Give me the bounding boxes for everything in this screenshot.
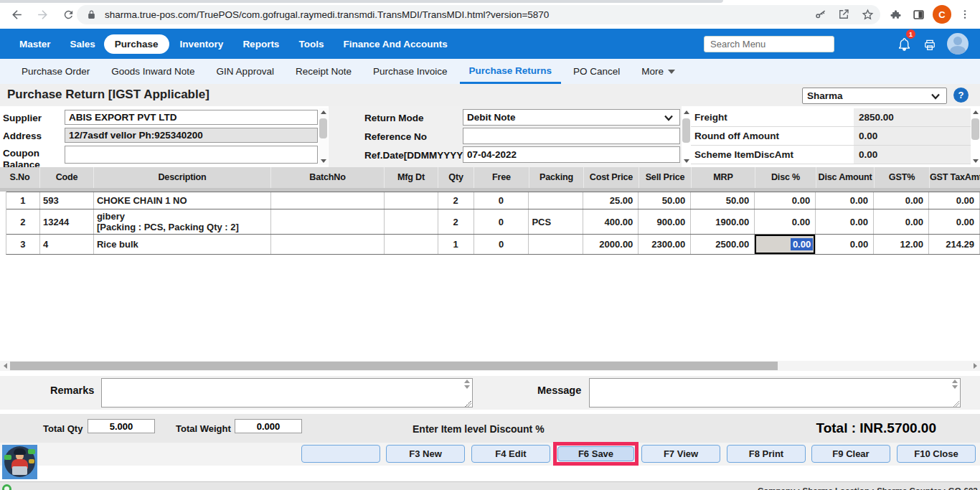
- f6-save-button[interactable]: F6 Save: [557, 446, 634, 461]
- search-menu-input[interactable]: [704, 36, 834, 52]
- return-mode-select[interactable]: Debit Note: [463, 109, 680, 126]
- print-icon[interactable]: [923, 38, 937, 52]
- scheme-disc-value[interactable]: 0.00: [854, 146, 971, 164]
- grid-cell[interactable]: [529, 192, 583, 209]
- grid-cell[interactable]: gibery [Packing : PCS, Packing Qty : 2]: [94, 209, 271, 234]
- grid-cell[interactable]: 2500.00: [691, 235, 755, 254]
- grid-cell[interactable]: 2300.00: [639, 235, 691, 254]
- grid-cell[interactable]: 0.00: [874, 209, 929, 234]
- browser-address-bar[interactable]: sharma.true-pos.com/TruePOS/com.gofrugal…: [77, 5, 880, 24]
- freight-value[interactable]: 2850.00: [854, 108, 971, 126]
- grid-cell[interactable]: 214.29: [929, 235, 980, 254]
- grid-cell[interactable]: 400.00: [583, 209, 639, 234]
- grid-cell[interactable]: 900.00: [639, 209, 691, 234]
- total-weight-input[interactable]: [235, 419, 302, 433]
- submenu-goods-inward-note[interactable]: Goods Inward Note: [111, 66, 194, 77]
- submenu-gin-approval[interactable]: GIN Approval: [217, 66, 274, 77]
- grid-cell[interactable]: 0.00: [816, 192, 874, 209]
- extensions-puzzle-icon[interactable]: [887, 6, 903, 22]
- submenu-more[interactable]: More: [641, 66, 675, 77]
- f7-view-button[interactable]: F7 View: [641, 445, 720, 463]
- bookmark-star-icon[interactable]: [859, 6, 875, 22]
- grid-cell[interactable]: 1900.00: [691, 209, 755, 234]
- menu-tools[interactable]: Tools: [298, 39, 324, 50]
- notification-bell-icon[interactable]: [897, 37, 913, 52]
- grid-cell[interactable]: 4: [40, 235, 94, 254]
- support-chat-avatar[interactable]: [2, 445, 37, 479]
- grid-cell[interactable]: 1: [6, 192, 40, 209]
- grid-cell[interactable]: 0.00: [755, 209, 816, 234]
- horizontal-scrollbar[interactable]: [0, 361, 980, 371]
- grid-cell[interactable]: CHOKE CHAIN 1 NO: [94, 192, 271, 209]
- grid-cell[interactable]: 0.00: [874, 192, 929, 209]
- grid-cell[interactable]: 2: [6, 209, 40, 234]
- left-panel-scrollbar[interactable]: [319, 108, 328, 165]
- f10-close-button[interactable]: F10 Close: [897, 445, 976, 463]
- grid-cell[interactable]: [271, 209, 385, 234]
- grid-cell[interactable]: 0: [474, 192, 529, 209]
- ref-date-input[interactable]: [463, 146, 680, 163]
- scroll-left-icon[interactable]: [0, 361, 10, 371]
- menu-reports[interactable]: Reports: [242, 39, 279, 50]
- browser-back-icon[interactable]: [9, 6, 24, 22]
- remarks-textarea[interactable]: [101, 378, 473, 407]
- address-input[interactable]: [65, 128, 318, 143]
- grid-cell[interactable]: 0: [474, 209, 529, 234]
- coupon-balance-input[interactable]: [65, 146, 318, 164]
- grid-cell[interactable]: PCS: [529, 209, 583, 234]
- submenu-purchase-order[interactable]: Purchase Order: [22, 66, 90, 77]
- grid-cell[interactable]: 0.00: [816, 235, 874, 254]
- grid-cell[interactable]: 50.00: [691, 192, 755, 209]
- grid-cell[interactable]: Rice bulk: [94, 235, 271, 254]
- submenu-receipt-note[interactable]: Receipt Note: [296, 66, 352, 77]
- supplier-input[interactable]: [65, 110, 318, 125]
- grid-cell[interactable]: 0.00: [755, 235, 816, 254]
- grid-cell[interactable]: 2: [438, 209, 474, 234]
- roundoff-value[interactable]: 0.00: [854, 127, 971, 145]
- total-qty-input[interactable]: [88, 419, 155, 433]
- grid-cell[interactable]: 50.00: [639, 192, 691, 209]
- grid-cell[interactable]: 0.00: [929, 192, 980, 209]
- f4-edit-button[interactable]: F4 Edit: [471, 445, 550, 463]
- grid-cell[interactable]: [271, 235, 385, 254]
- browser-forward-icon[interactable]: [34, 6, 50, 22]
- menu-finance[interactable]: Finance And Accounts: [343, 39, 447, 50]
- grid-cell[interactable]: 2000.00: [583, 235, 639, 254]
- menu-sales[interactable]: Sales: [70, 39, 95, 50]
- grid-cell[interactable]: 1: [438, 235, 474, 254]
- password-key-icon[interactable]: [813, 6, 829, 22]
- grid-cell[interactable]: 13244: [40, 209, 94, 234]
- grid-cell[interactable]: [385, 192, 438, 209]
- grid-cell[interactable]: 0: [474, 235, 529, 254]
- middle-panel-scrollbar[interactable]: [682, 108, 691, 165]
- grid-cell[interactable]: [385, 209, 438, 234]
- menu-purchase[interactable]: Purchase: [104, 34, 169, 54]
- help-button[interactable]: ?: [953, 88, 969, 103]
- grid-cell[interactable]: 2: [438, 192, 474, 209]
- grid-cell[interactable]: 3: [6, 235, 40, 254]
- side-panel-icon[interactable]: [910, 6, 926, 22]
- submenu-purchase-returns[interactable]: Purchase Returns: [460, 59, 562, 84]
- grid-cell[interactable]: [385, 235, 438, 254]
- right-panel-scrollbar[interactable]: [971, 108, 980, 165]
- selected-cell-editor[interactable]: 0.00: [755, 235, 815, 254]
- blank-button[interactable]: [301, 445, 380, 463]
- grid-cell[interactable]: [529, 235, 583, 254]
- submenu-purchase-invoice[interactable]: Purchase Invoice: [373, 66, 448, 77]
- grid-cell[interactable]: 25.00: [583, 192, 639, 209]
- reference-no-input[interactable]: [463, 128, 680, 144]
- grid-cell[interactable]: 0.00: [755, 192, 816, 209]
- grid-cell[interactable]: 593: [40, 192, 94, 209]
- menu-inventory[interactable]: Inventory: [180, 39, 224, 50]
- f9-clear-button[interactable]: F9 Clear: [811, 445, 890, 463]
- grid-cell[interactable]: 12.00: [874, 235, 929, 254]
- browser-reload-icon[interactable]: [60, 6, 76, 22]
- scroll-right-icon[interactable]: [970, 361, 980, 371]
- browser-menu-dots-icon[interactable]: [957, 6, 973, 22]
- share-icon[interactable]: [836, 6, 852, 22]
- user-avatar[interactable]: [947, 33, 969, 55]
- grid-cell[interactable]: 0.00: [929, 209, 980, 234]
- f3-new-button[interactable]: F3 New: [386, 445, 465, 463]
- browser-profile-avatar[interactable]: C: [933, 5, 951, 24]
- scrollbar-thumb[interactable]: [10, 362, 778, 370]
